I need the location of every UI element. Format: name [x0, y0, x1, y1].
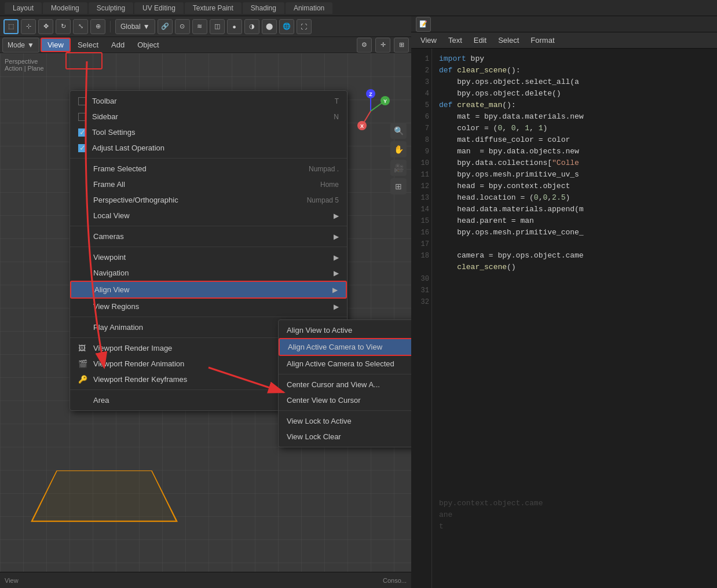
camera-icon[interactable]: 🎥	[390, 160, 407, 176]
divider-1	[70, 158, 347, 159]
tab-texture-paint[interactable]: Texture Paint	[185, 2, 242, 14]
tab-layout[interactable]: Layout	[5, 2, 42, 14]
xray-icon[interactable]: ◫	[210, 19, 225, 34]
menu-frame-selected[interactable]: Frame Selected Numpad .	[70, 161, 347, 177]
menu-viewpoint[interactable]: Viewpoint ▶	[70, 249, 347, 265]
adjust-last-checkbox: ✓	[78, 144, 86, 152]
code-line-1: import bpy	[439, 53, 710, 65]
viewport-gizmo[interactable]: Z Y X	[347, 88, 394, 134]
cursor-icon[interactable]: ⊹	[21, 19, 36, 34]
move-icon[interactable]: ✥	[38, 19, 53, 34]
viewport-menu-bar: Mode ▼ View Select Add Object ⚙ ✛ ⊞	[0, 37, 411, 53]
viewport-area[interactable]: Perspective Action | Plane Z Y	[0, 53, 411, 572]
code-line-13: bpy.ops.mesh.primitive_uv_s	[439, 169, 710, 181]
menu-view-regions[interactable]: View Regions ▶	[70, 299, 347, 314]
menu-align-view[interactable]: Align View ▶	[70, 281, 347, 299]
code-menu-edit[interactable]: Edit	[469, 34, 491, 46]
submenu-align-to-active[interactable]: Align View to Active ▶	[279, 322, 411, 338]
code-line-11: man = bpy.data.objects.new	[439, 146, 710, 157]
code-line-3: def clear_scene():	[439, 65, 710, 76]
submenu-align-camera-to-view[interactable]: Align Active Camera to View Ctrl Alt Num…	[279, 338, 411, 356]
object-menu-item[interactable]: Object	[131, 39, 165, 51]
shading-render-icon[interactable]: ⬤	[262, 19, 277, 34]
grid-icon[interactable]: ⊞	[390, 178, 407, 194]
code-menu-format[interactable]: Format	[526, 34, 559, 46]
menu-perspective[interactable]: Perspective/Orthographic Numpad 5	[70, 192, 347, 208]
plane-object	[31, 471, 178, 522]
code-menu-select[interactable]: Select	[493, 34, 524, 46]
submenu-center-cursor[interactable]: Center Cursor and View A...	[279, 377, 411, 392]
submenu-center-view[interactable]: Center View to Cursor	[279, 392, 411, 408]
code-line-9: color = (0, 0, 1, 1)	[439, 123, 710, 134]
code-line-7: def create_man():	[439, 100, 710, 111]
viewpoint-arrow: ▶	[334, 253, 339, 262]
global-dropdown[interactable]: Global ▼	[115, 19, 155, 34]
menu-navigation[interactable]: Navigation ▶	[70, 265, 347, 281]
tab-modeling[interactable]: Modeling	[43, 2, 87, 14]
mode-dropdown[interactable]: Mode ▼	[2, 38, 39, 53]
submenu-divider-2	[279, 410, 411, 411]
menu-sidebar[interactable]: Sidebar N	[70, 109, 347, 124]
select-box-icon[interactable]: ⬚	[3, 19, 19, 34]
svg-text:Y: Y	[383, 98, 387, 104]
code-background-extra: bpy.context.object.came ane t	[432, 495, 717, 565]
code-editor-type-icon[interactable]: 📝	[416, 17, 431, 32]
overlay-icon[interactable]: ≋	[192, 19, 207, 34]
top-tab-bar: Layout Modeling Sculpting UV Editing Tex…	[0, 0, 717, 16]
snap-toggle-icon[interactable]: ⊞	[394, 38, 409, 53]
code-line-30: camera = bpy.ops.object.came	[439, 250, 710, 262]
code-line-16: head.data.materials.append(m	[439, 204, 710, 215]
divider-3	[70, 247, 347, 247]
shading-solid-icon[interactable]: ●	[227, 19, 242, 34]
render-image-icon: 🖼	[78, 344, 89, 352]
code-menu-bar: View Text Edit Select Format	[411, 32, 717, 49]
proportional-icon[interactable]: ⊙	[175, 19, 190, 34]
menu-tool-settings[interactable]: ✓ Tool Settings	[70, 124, 347, 140]
viewport-options-icon[interactable]: ⚙	[357, 38, 372, 53]
code-menu-view[interactable]: View	[416, 34, 441, 46]
tool-settings-checkbox: ✓	[78, 128, 86, 137]
fullscreen-icon[interactable]: ⛶	[297, 19, 312, 34]
line-numbers: 1 2 3 4 5 6 7 8 9 10 11 12 13 14 15 16 1…	[411, 49, 432, 588]
chevron-down-icon: ▼	[27, 41, 34, 49]
svg-text:Z: Z	[369, 91, 372, 97]
code-line-15: head.location = (0,0,2.5)	[439, 192, 710, 204]
transform-icon[interactable]: ⊕	[90, 19, 105, 34]
tab-animation[interactable]: Animation	[286, 2, 332, 14]
submenu-divider-1	[279, 374, 411, 374]
zoom-icon[interactable]: 🔍	[390, 123, 407, 139]
snap-icon[interactable]: 🔗	[158, 19, 173, 34]
code-menu-text[interactable]: Text	[444, 34, 467, 46]
add-menu-item[interactable]: Add	[105, 39, 130, 51]
code-line-32: clear_scene()	[439, 262, 710, 273]
scale-icon[interactable]: ⤡	[73, 19, 88, 34]
menu-frame-all[interactable]: Frame All Home	[70, 177, 347, 192]
select-menu-item[interactable]: Select	[72, 39, 104, 51]
code-line-10: mat.diffuse_color = color	[439, 134, 710, 146]
chevron-down-icon: ▼	[143, 23, 150, 31]
submenu-view-lock-clear[interactable]: View Lock Clear	[279, 429, 411, 444]
submenu-view-lock-active[interactable]: View Lock to Active	[279, 413, 411, 429]
cursor-tool-icon[interactable]: ✛	[375, 38, 390, 53]
navigation-arrow: ▶	[334, 269, 339, 277]
tab-sculpting[interactable]: Sculpting	[89, 2, 133, 14]
menu-toolbar[interactable]: Toolbar T	[70, 93, 347, 109]
viewport-bottom-bar: View Conso...	[0, 572, 411, 588]
menu-local-view[interactable]: Local View ▶	[70, 208, 347, 223]
code-toolbar: 📝	[411, 16, 717, 32]
rotate-icon[interactable]: ↻	[56, 19, 71, 34]
main-layout: ⬚ ⊹ ✥ ↻ ⤡ ⊕ Global ▼ 🔗 ⊙ ≋ ◫ ● ◑ ⬤ 🌐 ⛶ M…	[0, 16, 717, 588]
viewport-side-icons: 🔍 ✋ 🎥 ⊞	[390, 123, 407, 194]
tab-shading[interactable]: Shading	[243, 2, 284, 14]
pan-icon[interactable]: ✋	[390, 141, 407, 157]
shading-material-icon[interactable]: ◑	[244, 19, 259, 34]
code-line-4: bpy.ops.object.select_all(a	[439, 76, 710, 88]
tab-uv-editing[interactable]: UV Editing	[134, 2, 184, 14]
render-kf-icon: 🔑	[78, 375, 89, 384]
align-view-arrow: ▶	[332, 286, 338, 294]
view-menu-item[interactable]: View	[41, 38, 71, 52]
menu-cameras[interactable]: Cameras ▶	[70, 229, 347, 244]
menu-adjust-last[interactable]: ✓ Adjust Last Operation	[70, 140, 347, 156]
editor-type-icon[interactable]: 🌐	[279, 19, 294, 34]
submenu-align-camera-to-selected[interactable]: Align Active Camera to Selected	[279, 356, 411, 372]
